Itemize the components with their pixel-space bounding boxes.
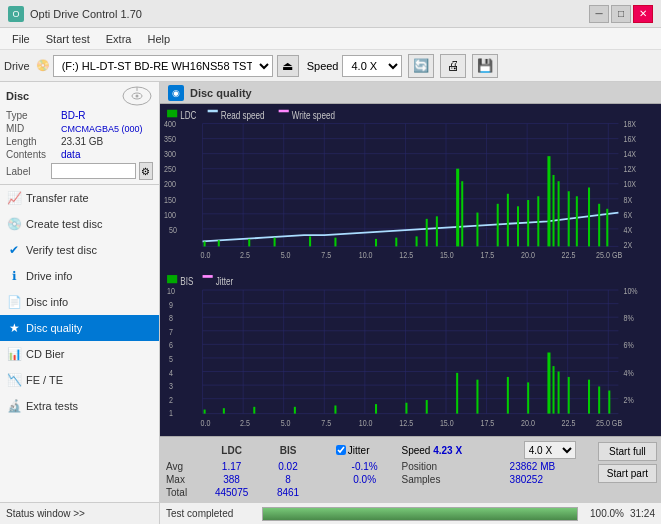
svg-rect-82 bbox=[568, 191, 570, 246]
svg-rect-71 bbox=[395, 238, 397, 247]
svg-rect-154 bbox=[375, 404, 377, 414]
svg-rect-66 bbox=[547, 156, 550, 246]
svg-rect-61 bbox=[248, 239, 250, 247]
toolbar: Drive 📀 (F:) HL-DT-ST BD-RE WH16NS58 TST… bbox=[0, 50, 661, 82]
svg-rect-151 bbox=[588, 380, 590, 414]
svg-rect-141 bbox=[294, 407, 296, 414]
progress-percentage: 100.0% bbox=[584, 508, 624, 519]
burn-button[interactable]: 🖨 bbox=[440, 54, 466, 78]
sidebar-item-cd-bier[interactable]: 📊 CD Bier bbox=[0, 341, 159, 367]
svg-text:10X: 10X bbox=[624, 180, 637, 190]
svg-text:15.0: 15.0 bbox=[440, 417, 454, 428]
svg-text:2.5: 2.5 bbox=[240, 417, 250, 428]
svg-point-3 bbox=[136, 95, 139, 98]
svg-text:0.0: 0.0 bbox=[201, 250, 211, 260]
table-row-total: Total 445075 8461 bbox=[164, 486, 594, 499]
nav-section: 📈 Transfer rate 💿 Create test disc ✔ Ver… bbox=[0, 185, 159, 502]
transfer-rate-icon: 📈 bbox=[6, 190, 22, 206]
svg-text:6X: 6X bbox=[624, 210, 633, 220]
svg-rect-65 bbox=[461, 181, 463, 246]
start-full-button[interactable]: Start full bbox=[598, 442, 657, 461]
close-button[interactable]: ✕ bbox=[633, 5, 653, 23]
menu-start-test[interactable]: Start test bbox=[38, 31, 98, 47]
drive-select[interactable]: (F:) HL-DT-ST BD-RE WH16NS58 TST4 bbox=[53, 55, 273, 77]
svg-text:100: 100 bbox=[164, 210, 176, 220]
svg-rect-89 bbox=[203, 275, 213, 278]
menu-file[interactable]: File bbox=[4, 31, 38, 47]
menu-extra[interactable]: Extra bbox=[98, 31, 140, 47]
svg-text:2X: 2X bbox=[624, 240, 633, 250]
sidebar-item-verify-test-disc[interactable]: ✔ Verify test disc bbox=[0, 237, 159, 263]
sidebar-item-fe-te[interactable]: 📉 FE / TE bbox=[0, 367, 159, 393]
sidebar-item-transfer-rate[interactable]: 📈 Transfer rate bbox=[0, 185, 159, 211]
title-bar: O Opti Drive Control 1.70 ─ □ ✕ bbox=[0, 0, 661, 28]
svg-rect-146 bbox=[476, 380, 478, 414]
jitter-checkbox[interactable] bbox=[336, 445, 346, 455]
menu-help[interactable]: Help bbox=[139, 31, 178, 47]
transfer-rate-label: Transfer rate bbox=[26, 192, 89, 204]
sidebar-item-drive-info[interactable]: ℹ Drive info bbox=[0, 263, 159, 289]
disc-quality-title: Disc quality bbox=[190, 87, 252, 99]
eject-button[interactable]: ⏏ bbox=[277, 55, 299, 77]
status-window-button[interactable]: Status window >> bbox=[0, 502, 159, 524]
svg-rect-80 bbox=[537, 196, 539, 246]
avg-bis: 0.02 bbox=[264, 460, 312, 473]
disc-quality-icon: ★ bbox=[6, 320, 22, 336]
svg-rect-4 bbox=[162, 106, 659, 269]
speed-select[interactable]: 4.0 X bbox=[342, 55, 402, 77]
speed-select-stats[interactable]: 4.0 X bbox=[524, 441, 576, 459]
sidebar-item-disc-info[interactable]: 📄 Disc info bbox=[0, 289, 159, 315]
svg-text:BIS: BIS bbox=[180, 274, 193, 286]
disc-quality-label: Disc quality bbox=[26, 322, 82, 334]
minimize-button[interactable]: ─ bbox=[589, 5, 609, 23]
svg-text:300: 300 bbox=[164, 150, 176, 160]
avg-ldc: 1.17 bbox=[199, 460, 264, 473]
svg-text:2: 2 bbox=[169, 394, 173, 405]
maximize-button[interactable]: □ bbox=[611, 5, 631, 23]
refresh-button[interactable]: 🔄 bbox=[408, 54, 434, 78]
stats-table: LDC BIS Jitter Speed 4.23 X bbox=[164, 440, 594, 499]
bis-chart-svg: BIS Jitter bbox=[162, 271, 659, 434]
stats-bar: LDC BIS Jitter Speed 4.23 X bbox=[160, 436, 661, 502]
disc-info-icon: 📄 bbox=[6, 294, 22, 310]
svg-rect-72 bbox=[416, 236, 418, 246]
svg-rect-144 bbox=[553, 366, 555, 414]
svg-rect-139 bbox=[223, 408, 225, 413]
svg-text:4X: 4X bbox=[624, 225, 633, 235]
total-label: Total bbox=[164, 486, 199, 499]
jitter-label: Jitter bbox=[348, 445, 370, 456]
ldc-header: LDC bbox=[199, 440, 264, 460]
max-label: Max bbox=[164, 473, 199, 486]
svg-text:10.0: 10.0 bbox=[359, 417, 373, 428]
disc-info-label: Disc info bbox=[26, 296, 68, 308]
cd-bier-icon: 📊 bbox=[6, 346, 22, 362]
save-button[interactable]: 💾 bbox=[472, 54, 498, 78]
position-value: 23862 MB bbox=[506, 460, 594, 473]
svg-text:25.0 GB: 25.0 GB bbox=[596, 250, 622, 260]
avg-jitter: -0.1% bbox=[332, 460, 398, 473]
menu-bar: File Start test Extra Help bbox=[0, 28, 661, 50]
sidebar-item-extra-tests[interactable]: 🔬 Extra tests bbox=[0, 393, 159, 419]
svg-text:200: 200 bbox=[164, 180, 176, 190]
svg-text:7.5: 7.5 bbox=[321, 417, 331, 428]
svg-rect-79 bbox=[527, 200, 529, 246]
disc-label-browse-button[interactable]: ⚙ bbox=[139, 162, 153, 180]
start-part-button[interactable]: Start part bbox=[598, 464, 657, 483]
quality-panel-header: ◉ Disc quality bbox=[160, 82, 661, 104]
sidebar-item-disc-quality[interactable]: ★ Disc quality bbox=[0, 315, 159, 341]
svg-rect-62 bbox=[274, 238, 276, 247]
svg-text:5.0: 5.0 bbox=[281, 417, 291, 428]
svg-rect-148 bbox=[527, 382, 529, 413]
disc-label-input[interactable] bbox=[51, 163, 136, 179]
ldc-chart: LDC Read speed Write speed bbox=[162, 106, 659, 269]
svg-text:2.5: 2.5 bbox=[240, 250, 250, 260]
bis-header: BIS bbox=[264, 440, 312, 460]
speed-value: 4.23 X bbox=[433, 445, 462, 456]
svg-text:2%: 2% bbox=[624, 394, 635, 405]
svg-rect-85 bbox=[606, 209, 608, 247]
svg-rect-155 bbox=[405, 403, 407, 414]
svg-text:LDC: LDC bbox=[180, 110, 197, 121]
disc-contents-value: data bbox=[61, 149, 80, 160]
sidebar-item-create-test-disc[interactable]: 💿 Create test disc bbox=[0, 211, 159, 237]
extra-tests-label: Extra tests bbox=[26, 400, 78, 412]
